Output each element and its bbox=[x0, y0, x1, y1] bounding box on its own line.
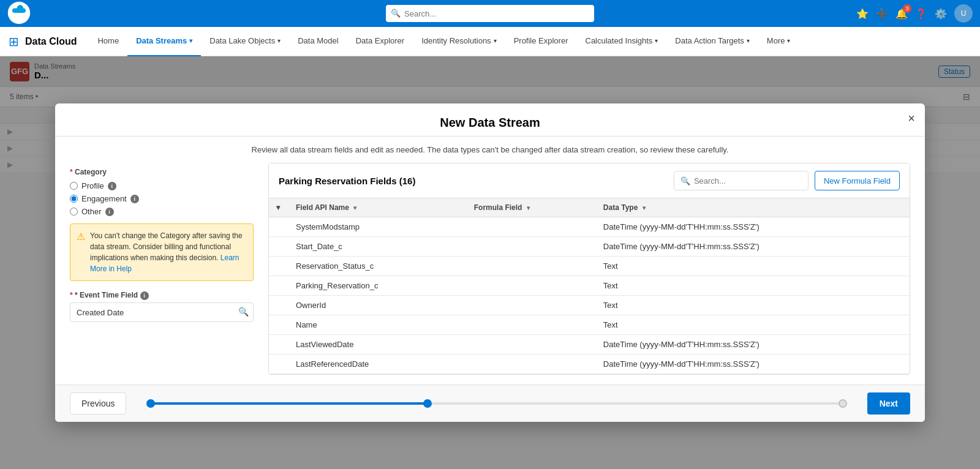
field-api-name-cell: OwnerId bbox=[288, 296, 467, 315]
add-icon[interactable]: ➕ bbox=[876, 8, 888, 20]
progress-dot-step1 bbox=[146, 399, 155, 408]
right-panel: Parking Reservation Fields (16) 🔍 New Fo… bbox=[268, 163, 910, 375]
fields-table-container: ▾ Field API Name ▾ Formula Field ▾ bbox=[269, 198, 910, 374]
close-button[interactable]: × bbox=[908, 112, 915, 124]
nav-item-calculated-insights[interactable]: Calculated Insights ▾ bbox=[577, 27, 667, 56]
modal-header: New Data Stream × bbox=[55, 103, 925, 137]
nav-item-data-explorer[interactable]: Data Explorer bbox=[347, 27, 413, 56]
fields-search-input[interactable] bbox=[694, 176, 802, 186]
field-api-name-cell: LastViewedDate bbox=[288, 335, 467, 355]
nav-item-data-action-targets[interactable]: Data Action Targets ▾ bbox=[666, 27, 758, 56]
radio-profile-input[interactable] bbox=[70, 182, 78, 190]
formula-field-cell bbox=[467, 296, 596, 315]
info-icon-other[interactable]: i bbox=[105, 208, 114, 216]
required-indicator: * bbox=[70, 291, 73, 299]
app-grid-icon[interactable]: ⊞ bbox=[9, 34, 19, 49]
info-icon-profile[interactable]: i bbox=[108, 182, 116, 190]
formula-field-cell bbox=[467, 315, 596, 335]
radio-engagement[interactable]: Engagement i bbox=[70, 194, 254, 203]
data-type-column-header[interactable]: Data Type ▾ bbox=[596, 198, 910, 217]
radio-other[interactable]: Other i bbox=[70, 207, 254, 216]
formula-field-cell bbox=[467, 217, 596, 237]
radio-engagement-input[interactable] bbox=[70, 195, 78, 203]
radio-profile[interactable]: Profile i bbox=[70, 181, 254, 190]
field-api-name-cell: Reservation_Status_c bbox=[288, 257, 467, 276]
formula-field-cell bbox=[467, 335, 596, 355]
category-radio-group: Profile i Engagement i Other i bbox=[70, 181, 254, 216]
data-type-cell: Text bbox=[596, 315, 910, 335]
formula-field-cell bbox=[467, 355, 596, 374]
info-icon-event-time[interactable]: i bbox=[140, 291, 149, 300]
chevron-down-icon: ▾ bbox=[787, 37, 790, 44]
nav-item-data-streams[interactable]: Data Streams ▾ bbox=[127, 27, 201, 56]
row-expand-cell bbox=[269, 355, 288, 374]
settings-icon[interactable]: ⚙️ bbox=[935, 8, 947, 20]
info-icon-engagement[interactable]: i bbox=[130, 195, 139, 203]
new-formula-field-button[interactable]: New Formula Field bbox=[815, 171, 900, 190]
chevron-down-icon: ▾ bbox=[276, 203, 280, 212]
chevron-down-icon: ▾ bbox=[277, 37, 281, 44]
modal-overlay: New Data Stream × Review all data stream… bbox=[0, 56, 980, 469]
fields-title: Parking Reservation Fields (16) bbox=[279, 176, 415, 186]
nav-item-more[interactable]: More ▾ bbox=[758, 27, 799, 56]
table-row: OwnerId Text bbox=[269, 296, 910, 315]
salesforce-logo[interactable]: SF bbox=[7, 1, 31, 26]
svg-text:SF: SF bbox=[15, 12, 23, 19]
modal-footer: Previous Next bbox=[55, 385, 925, 422]
nav-item-data-model[interactable]: Data Model bbox=[289, 27, 347, 56]
nav-right-icons: ⭐ ➕ 🔔 3 ❓ ⚙️ U bbox=[856, 4, 973, 23]
fields-search-box[interactable]: 🔍 bbox=[674, 171, 809, 190]
formula-field-cell bbox=[467, 257, 596, 276]
search-icon: 🔍 bbox=[238, 307, 249, 317]
global-search-container: 🔍 bbox=[386, 5, 594, 22]
nav-item-home[interactable]: Home bbox=[89, 27, 127, 56]
field-api-name-cell: Parking_Reservation_c bbox=[288, 276, 467, 296]
formula-field-column-header[interactable]: Formula Field ▾ bbox=[467, 198, 596, 217]
row-expand-cell bbox=[269, 335, 288, 355]
modal-title: New Data Stream bbox=[440, 116, 540, 130]
row-expand-cell bbox=[269, 257, 288, 276]
row-expand-cell bbox=[269, 276, 288, 296]
nav-item-identity-resolutions[interactable]: Identity Resolutions ▾ bbox=[413, 27, 505, 56]
radio-other-input[interactable] bbox=[70, 208, 78, 216]
field-api-name-cell: SystemModstamp bbox=[288, 217, 467, 237]
row-expand-cell bbox=[269, 237, 288, 257]
previous-button[interactable]: Previous bbox=[70, 392, 126, 415]
row-expand-cell bbox=[269, 315, 288, 335]
event-time-field-label: * * Event Time Field i bbox=[70, 291, 254, 300]
modal-body: * Category Profile i Engagement i bbox=[55, 163, 925, 385]
user-avatar[interactable]: U bbox=[954, 4, 973, 23]
next-button[interactable]: Next bbox=[867, 392, 910, 415]
event-time-field-input[interactable] bbox=[70, 302, 254, 322]
sort-icon: ▾ bbox=[527, 204, 530, 211]
chevron-down-icon: ▾ bbox=[655, 37, 658, 44]
progress-dot-step2 bbox=[423, 399, 432, 408]
radio-profile-label: Profile bbox=[81, 181, 104, 190]
right-panel-actions: 🔍 New Formula Field bbox=[674, 171, 900, 190]
expand-column-header: ▾ bbox=[269, 198, 288, 217]
row-expand-cell bbox=[269, 296, 288, 315]
formula-field-cell bbox=[467, 237, 596, 257]
data-type-cell: Text bbox=[596, 296, 910, 315]
nav-item-profile-explorer[interactable]: Profile Explorer bbox=[505, 27, 577, 56]
global-search-input[interactable] bbox=[386, 5, 594, 22]
help-icon[interactable]: ❓ bbox=[915, 8, 927, 20]
table-header-row: ▾ Field API Name ▾ Formula Field ▾ bbox=[269, 198, 910, 217]
notifications-icon[interactable]: 🔔 3 bbox=[895, 8, 908, 20]
nav-item-data-lake-objects[interactable]: Data Lake Objects ▾ bbox=[201, 27, 289, 56]
warning-text: You can't change the Category after savi… bbox=[90, 230, 247, 274]
field-api-name-cell: Name bbox=[288, 315, 467, 335]
favorites-icon[interactable]: ⭐ bbox=[856, 8, 869, 20]
chevron-down-icon: ▾ bbox=[189, 37, 192, 44]
field-api-name-cell: LastReferencedDate bbox=[288, 355, 467, 374]
nav-items-list: Home Data Streams ▾ Data Lake Objects ▾ … bbox=[89, 27, 799, 56]
formula-field-cell bbox=[467, 276, 596, 296]
data-type-cell: DateTime (yyyy-MM-dd'T'HH:mm:ss.SSS'Z') bbox=[596, 217, 910, 237]
progress-track bbox=[151, 402, 842, 405]
warning-icon: ⚠ bbox=[77, 231, 85, 242]
field-api-name-column-header[interactable]: Field API Name ▾ bbox=[288, 198, 467, 217]
table-row: Parking_Reservation_c Text bbox=[269, 276, 910, 296]
radio-other-label: Other bbox=[81, 207, 102, 216]
search-icon: 🔍 bbox=[391, 9, 401, 18]
data-type-cell: Text bbox=[596, 257, 910, 276]
